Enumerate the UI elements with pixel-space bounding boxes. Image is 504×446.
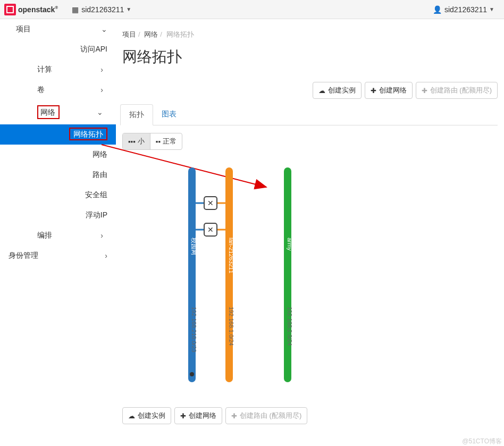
main-content: 项目/ 网络/ 网络拓扑 网络拓扑 ☁ 创建实例 ✚ 创建网络 ✚ 创建路由 (… [116, 19, 504, 446]
create-network-button-bottom[interactable]: ✚ 创建网络 [174, 407, 222, 424]
action-row-bottom: ☁ 创建实例 ✚ 创建网络 ✚ 创建路由 (配额用尽) [122, 407, 498, 424]
create-instance-button-bottom[interactable]: ☁ 创建实例 [122, 407, 171, 424]
size-toggle: ▪▪▪ 小 ▪▪ 正常 [122, 133, 182, 150]
breadcrumb-l2[interactable]: 网络 [144, 30, 158, 38]
grid-small-icon: ▪▪▪ [128, 138, 136, 146]
sidebar-subitem-networks[interactable]: 网络 [0, 145, 116, 165]
openstack-logo-icon [4, 4, 16, 15]
watermark: @51CTO博客 [462, 437, 502, 446]
tab-topology[interactable]: 拓扑 [120, 104, 153, 125]
chevron-right-icon: › [105, 251, 107, 260]
size-normal-button[interactable]: ▪▪ 正常 [150, 133, 182, 149]
plus-icon: ✚ [180, 412, 186, 420]
chevron-right-icon: › [100, 86, 103, 94]
sidebar-subitem-secgroups[interactable]: 安全组 [0, 185, 116, 205]
create-router-button: ✚ 创建路由 (配额用尽) [416, 82, 498, 99]
plus-icon: ✚ [371, 87, 376, 95]
chevron-right-icon: › [100, 65, 103, 74]
cloud-upload-icon: ☁ [128, 412, 135, 420]
cubes-icon: ▦ [72, 5, 79, 14]
network-subitems: 网络拓扑 网络 路由 安全组 浮动IP [0, 124, 116, 225]
topology-diagram[interactable]: 校园网192.168.218.0/23 lan-21263211192.168.… [144, 155, 474, 400]
page-title: 网络拓扑 [122, 47, 498, 67]
topbar: openstack® ▦ sid21263211 ▼ 👤 sid21263211… [0, 0, 504, 19]
create-router-button-bottom: ✚ 创建路由 (配额用尽) [225, 407, 307, 424]
annotation-box: 网络拓扑 [69, 128, 107, 140]
user-name-label: sid21263211 [444, 5, 487, 14]
caret-down-icon: ▼ [489, 6, 494, 12]
create-instance-button[interactable]: ☁ 创建实例 [313, 82, 362, 99]
caret-down-icon: ▼ [126, 6, 131, 12]
sidebar-item-api[interactable]: 访问API [0, 39, 116, 60]
breadcrumb-l3: 网络拓扑 [166, 30, 194, 38]
sidebar-item-network[interactable]: 网络 ⌄ [0, 100, 116, 124]
sidebar-subitem-topology[interactable]: 网络拓扑 [0, 124, 116, 145]
sidebar: 项目 ⌄ 访问API 计算 › 卷 › 网络 ⌄ 网络拓扑 网络 路由 安全组 … [0, 19, 116, 446]
sidebar-item-volumes[interactable]: 卷 › [0, 80, 116, 100]
layout: 项目 ⌄ 访问API 计算 › 卷 › 网络 ⌄ 网络拓扑 网络 路由 安全组 … [0, 19, 504, 446]
user-menu[interactable]: 👤 sid21263211 ▼ [427, 5, 500, 14]
create-network-button[interactable]: ✚ 创建网络 [365, 82, 413, 99]
breadcrumb-l1[interactable]: 项目 [122, 30, 136, 38]
sidebar-subitem-floatingip[interactable]: 浮动IP [0, 205, 116, 225]
network-name-label: army [287, 238, 293, 251]
user-icon: 👤 [433, 5, 442, 14]
tabs: 拓扑 图表 [120, 104, 498, 125]
brand: openstack® [4, 4, 58, 15]
sidebar-subitem-routers[interactable]: 路由 [0, 165, 116, 185]
network-subnet-label: 192.168.218.0/23 [191, 307, 197, 352]
sidebar-item-identity[interactable]: 身份管理 › [0, 246, 116, 266]
network-subnet-label: 192.168.2.0/24 [287, 307, 293, 346]
annotation-box: 网络 [37, 105, 60, 119]
chevron-down-icon: ⌄ [101, 25, 107, 33]
network-name-label: lan-21263211 [228, 238, 234, 273]
breadcrumb: 项目/ 网络/ 网络拓扑 [122, 30, 498, 39]
project-name-label: sid21263211 [81, 5, 124, 14]
network-subnet-label: 192.168.1.0/24 [228, 307, 234, 346]
sidebar-item-compute[interactable]: 计算 › [0, 60, 116, 80]
project-selector[interactable]: ▦ sid21263211 ▼ [66, 5, 137, 14]
sidebar-item-orchestration[interactable]: 编排 › [0, 225, 116, 246]
grid-large-icon: ▪▪ [156, 138, 161, 146]
action-row-top: ☁ 创建实例 ✚ 创建网络 ✚ 创建路由 (配额用尽) [120, 82, 498, 99]
globe-icon [190, 372, 194, 376]
sidebar-item-project[interactable]: 项目 ⌄ [0, 19, 116, 39]
network-name-label: 校园网 [191, 237, 197, 255]
plus-icon: ✚ [422, 87, 427, 95]
router-icon: ✕ [207, 199, 214, 207]
size-small-button[interactable]: ▪▪▪ 小 [123, 133, 150, 149]
annotation-arrow [102, 145, 266, 187]
router-icon: ✕ [207, 225, 214, 234]
cloud-upload-icon: ☁ [318, 87, 325, 95]
chevron-down-icon: ⌄ [97, 108, 103, 116]
tab-graph[interactable]: 图表 [153, 104, 185, 125]
plus-icon: ✚ [231, 412, 237, 420]
chevron-right-icon: › [100, 231, 103, 240]
